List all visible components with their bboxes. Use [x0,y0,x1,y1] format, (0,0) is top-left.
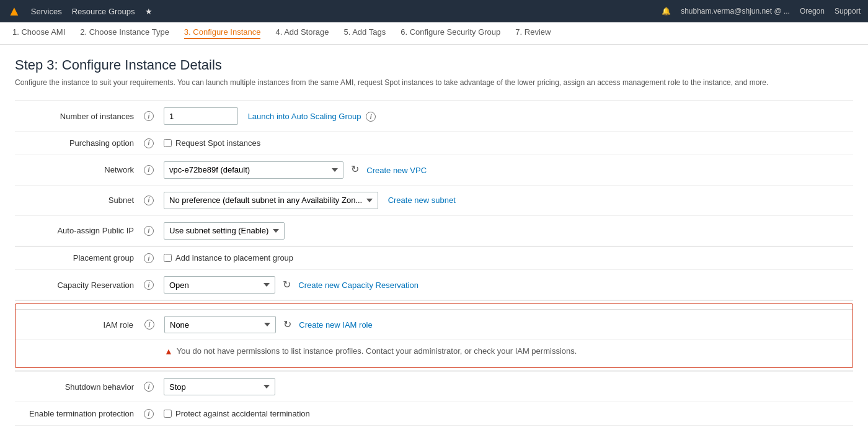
auto-assign-ip-select[interactable]: Use subnet setting (Enable) [164,222,285,240]
purchasing-option-cell: Request Spot instances [159,132,853,155]
iam-role-refresh-icon[interactable]: ↻ [281,317,294,331]
launch-auto-scaling-info[interactable]: i [366,112,376,122]
step-add-tags[interactable]: 5. Add Tags [343,27,386,39]
step-review[interactable]: 7. Review [515,27,551,39]
purchasing-option-label: Purchasing option [15,132,139,155]
shutdown-behavior-select[interactable]: Stop [164,378,275,395]
purchasing-info[interactable]: i [144,138,154,148]
subnet-label: Subnet [15,185,139,215]
step-choose-ami[interactable]: 1. Choose AMI [12,27,65,39]
termination-protection-cell: Protect against accidental termination [159,402,853,426]
wizard-steps: 1. Choose AMI 2. Choose Instance Type 3.… [0,22,868,45]
iam-error-cell: ▲ You do not have permissions to list in… [159,340,852,363]
placement-group-checkbox-label[interactable]: Add instance to placement group [164,253,848,263]
amazon-logo: ▲ [7,3,21,19]
num-instances-label: Number of instances [15,101,139,132]
auto-assign-ip-info[interactable]: i [144,226,154,236]
network-info[interactable]: i [144,165,154,175]
page-subtitle: Configure the instance to suit your requ… [15,77,853,88]
network-input-cell: vpc-e72be89f (default) ↻ Create new VPC [159,155,853,185]
termination-protection-label: Enable termination protection [15,402,139,426]
subnet-info[interactable]: i [144,196,154,205]
region-menu[interactable]: Oregon [800,7,825,16]
iam-role-label: IAM role [16,310,140,340]
network-select[interactable]: vpc-e72be89f (default) [164,161,343,179]
services-menu[interactable]: Services [31,7,62,16]
subnet-select[interactable]: No preference (default subnet in any Ava… [164,192,378,209]
num-instances-input-cell: Launch into Auto Scaling Group i [159,101,853,132]
main-content: Step 3: Configure Instance Details Confi… [0,45,868,427]
error-triangle-icon: ▲ [164,346,173,356]
shutdown-behavior-cell: Stop [159,372,853,402]
capacity-reservation-label: Capacity Reservation [15,270,139,300]
top-navigation: ▲ Services Resource Groups ★ 🔔 shubham.v… [0,0,868,22]
network-label: Network [15,155,139,185]
launch-auto-scaling-link[interactable]: Launch into Auto Scaling Group [248,112,361,121]
step-security-group[interactable]: 6. Configure Security Group [401,27,500,39]
capacity-reservation-cell: Open ↻ Create new Capacity Reservation [159,270,853,300]
num-instances-info[interactable]: i [144,111,154,121]
page-title: Step 3: Configure Instance Details [15,57,853,73]
iam-role-select[interactable]: None [164,316,276,333]
request-spot-text: Request Spot instances [175,138,260,148]
placement-group-text: Add instance to placement group [175,253,293,263]
capacity-reservation-info[interactable]: i [144,280,154,290]
request-spot-checkbox-label[interactable]: Request Spot instances [164,138,848,148]
support-menu[interactable]: Support [835,7,861,16]
user-menu[interactable]: shubham.verma@shjun.net @ ... [681,7,790,16]
resource-groups-menu[interactable]: Resource Groups [72,7,135,16]
create-subnet-link[interactable]: Create new subnet [388,196,456,205]
network-refresh-icon[interactable]: ↻ [348,163,362,176]
auto-assign-ip-cell: Use subnet setting (Enable) [159,215,853,246]
step-add-storage[interactable]: 4. Add Storage [275,27,329,39]
shutdown-behavior-info[interactable]: i [144,382,154,392]
notification-icon[interactable]: 🔔 [662,7,671,16]
placement-group-info[interactable]: i [144,253,154,263]
iam-error-message: ▲ You do not have permissions to list in… [164,346,848,356]
iam-role-input-cell: None ↻ Create new IAM role [159,310,852,340]
iam-role-info[interactable]: i [144,320,154,330]
request-spot-checkbox[interactable] [164,139,172,147]
capacity-reservation-select[interactable]: Open [164,276,275,294]
termination-protection-checkbox[interactable] [164,410,172,418]
placement-group-cell: Add instance to placement group [159,246,853,270]
nav-left: ▲ Services Resource Groups ★ [7,3,153,19]
favorites-icon[interactable]: ★ [145,7,153,16]
termination-protection-text: Protect against accidental termination [175,409,310,418]
capacity-reservation-refresh-icon[interactable]: ↻ [280,277,294,291]
placement-group-checkbox[interactable] [164,254,172,262]
create-iam-link[interactable]: Create new IAM role [299,320,373,330]
nav-right: 🔔 shubham.verma@shjun.net @ ... Oregon S… [662,7,861,16]
create-vpc-link[interactable]: Create new VPC [366,165,427,174]
placement-group-label: Placement group [15,246,139,270]
shutdown-behavior-label: Shutdown behavior [15,372,139,402]
auto-assign-ip-label: Auto-assign Public IP [15,215,139,246]
termination-protection-checkbox-label[interactable]: Protect against accidental termination [164,409,848,418]
subnet-input-cell: No preference (default subnet in any Ava… [159,185,853,215]
step-choose-instance-type[interactable]: 2. Choose Instance Type [80,27,169,39]
create-capacity-link[interactable]: Create new Capacity Reservation [298,281,418,290]
iam-error-text: You do not have permissions to list inst… [177,346,577,356]
config-form: Number of instances i Launch into Auto S… [15,101,853,427]
step-configure-instance[interactable]: 3. Configure Instance [184,27,261,39]
termination-protection-info[interactable]: i [144,409,154,419]
num-instances-input[interactable] [164,107,238,125]
